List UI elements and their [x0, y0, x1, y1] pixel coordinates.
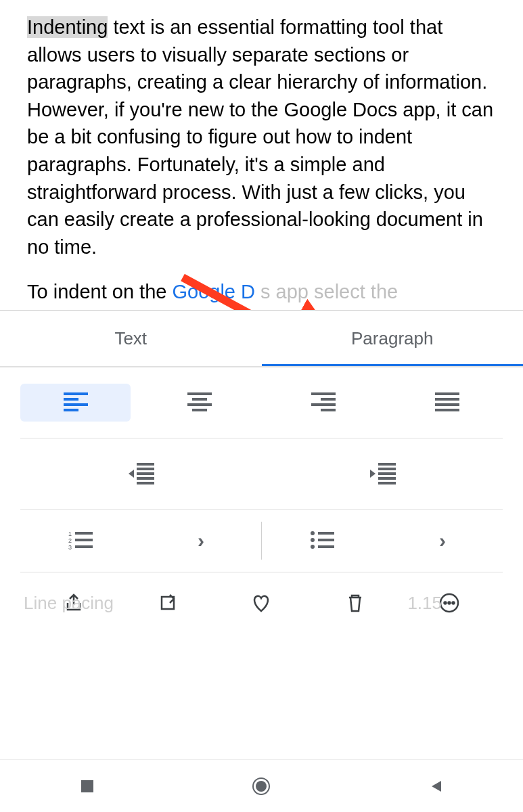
svg-rect-13 [435, 392, 459, 395]
svg-rect-2 [64, 398, 78, 401]
align-center-icon [187, 392, 212, 413]
decrease-indent-button[interactable] [20, 455, 262, 493]
chevron-right-icon: › [198, 529, 204, 552]
bulleted-list-options-button[interactable]: › [382, 522, 503, 560]
svg-rect-22 [378, 463, 396, 466]
delete-button[interactable] [335, 583, 376, 623]
more-icon [438, 592, 460, 614]
svg-rect-34 [318, 532, 334, 535]
svg-rect-6 [192, 398, 207, 401]
svg-rect-20 [137, 477, 154, 480]
partial-pre: To indent on the [27, 281, 172, 302]
more-button[interactable] [429, 583, 470, 623]
svg-rect-11 [311, 403, 336, 406]
svg-point-45 [256, 781, 267, 792]
share-icon [64, 593, 84, 613]
align-justify-icon [435, 392, 459, 413]
system-nav-bar [0, 759, 523, 812]
nav-home-button[interactable] [234, 769, 288, 803]
partial-post: s app select the [260, 281, 398, 302]
format-panel: Text Paragraph [0, 310, 523, 633]
svg-point-35 [311, 538, 315, 542]
selected-text[interactable]: Indenting [27, 16, 108, 38]
heart-icon [250, 593, 272, 613]
triangle-back-icon [428, 778, 444, 794]
svg-text:3: 3 [68, 544, 72, 551]
svg-rect-5 [187, 392, 212, 395]
numbered-list-button[interactable]: 1 2 3 [20, 522, 141, 560]
svg-rect-30 [75, 539, 93, 541]
svg-point-40 [444, 602, 446, 604]
chevron-right-icon: › [439, 529, 446, 552]
svg-rect-3 [64, 403, 88, 406]
svg-point-33 [311, 531, 315, 535]
align-right-button[interactable] [269, 384, 379, 422]
favorite-button[interactable] [241, 583, 281, 623]
svg-rect-12 [321, 409, 336, 411]
format-tabs: Text Paragraph [0, 311, 523, 366]
svg-rect-16 [435, 409, 459, 411]
svg-rect-36 [318, 539, 334, 541]
svg-rect-1 [64, 392, 88, 395]
svg-rect-17 [137, 463, 154, 466]
svg-rect-26 [378, 482, 396, 484]
bottom-toolbar: Line pacing 1.15 [0, 572, 523, 633]
edit-icon [158, 593, 178, 613]
nav-back-button[interactable] [409, 769, 463, 803]
numbered-list-options-button[interactable]: › [141, 522, 261, 560]
numbered-list-icon: 1 2 3 [68, 531, 93, 551]
svg-rect-19 [137, 472, 154, 475]
svg-rect-14 [435, 398, 459, 401]
list-row: 1 2 3 › › [20, 510, 503, 572]
svg-rect-18 [137, 468, 154, 470]
bulleted-list-button[interactable] [262, 522, 382, 560]
svg-rect-24 [378, 472, 396, 475]
bulleted-list-icon [310, 531, 334, 551]
svg-rect-10 [321, 398, 336, 401]
svg-rect-43 [81, 780, 93, 792]
alignment-row [20, 367, 503, 438]
svg-rect-23 [378, 468, 396, 470]
svg-rect-4 [64, 409, 78, 411]
align-justify-button[interactable] [392, 384, 503, 422]
square-icon [79, 778, 95, 794]
svg-point-37 [311, 545, 315, 549]
svg-rect-7 [187, 403, 212, 406]
svg-rect-21 [137, 482, 154, 484]
increase-indent-icon [369, 463, 396, 484]
svg-text:2: 2 [68, 537, 72, 544]
svg-point-41 [448, 602, 450, 604]
align-right-icon [311, 392, 336, 413]
trash-icon [345, 592, 365, 614]
svg-rect-28 [75, 532, 93, 535]
paragraph-text[interactable]: text is an essential formatting tool tha… [27, 16, 493, 258]
document-body[interactable]: Indenting text is an essential formattin… [0, 0, 523, 303]
svg-rect-25 [378, 477, 396, 480]
svg-rect-38 [318, 545, 334, 548]
tab-paragraph[interactable]: Paragraph [262, 311, 524, 366]
svg-text:1: 1 [68, 531, 72, 537]
edit-button[interactable] [147, 583, 188, 623]
svg-point-42 [452, 602, 454, 604]
indent-row [20, 438, 503, 510]
align-center-button[interactable] [144, 384, 254, 422]
tab-text[interactable]: Text [0, 311, 262, 366]
circle-icon [251, 776, 271, 796]
svg-rect-15 [435, 403, 459, 406]
align-left-button[interactable] [20, 384, 131, 422]
partial-link[interactable]: Google D [172, 281, 255, 302]
svg-rect-8 [192, 409, 207, 411]
partial-line[interactable]: To indent on the Google D s app select t… [27, 281, 496, 303]
svg-rect-9 [311, 392, 336, 395]
nav-recent-button[interactable] [60, 769, 114, 803]
align-left-icon [64, 392, 88, 413]
increase-indent-button[interactable] [262, 455, 503, 493]
share-button[interactable] [53, 583, 94, 623]
svg-rect-32 [75, 545, 93, 548]
decrease-indent-icon [127, 463, 154, 484]
document-paragraph[interactable]: Indenting text is an essential formattin… [27, 14, 496, 261]
